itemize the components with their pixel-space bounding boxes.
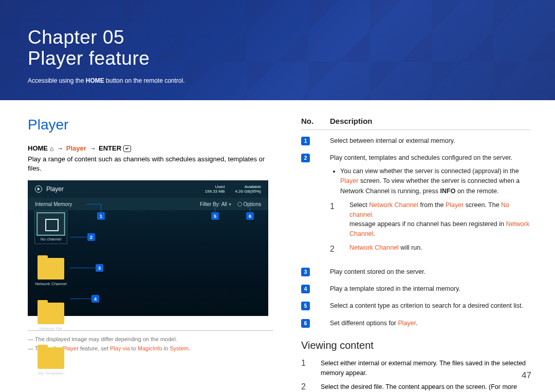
cell-network-channel: Network Channel — [35, 258, 67, 286]
left-column: Player HOME ⌂ → Player → ENTER ↵ Play a … — [28, 117, 273, 392]
internal-memory-label: Internal Memory — [35, 201, 72, 207]
callout-5: 5 — [211, 212, 219, 220]
badge-5: 5 — [301, 302, 310, 310]
table-header: No. Description — [301, 117, 530, 130]
chapter-label: Chapter 05 — [28, 27, 527, 48]
shot-grid: No channel Network Channel Network File … — [28, 210, 268, 379]
badge-2: 2 — [301, 154, 310, 162]
badge-6: 6 — [301, 319, 310, 328]
enter-icon: ↵ — [123, 145, 131, 152]
hero-banner: Chapter 05 Player feature Accessible usi… — [0, 0, 555, 100]
viewing-step: 2 Select the desired file. The content a… — [301, 382, 530, 392]
filter-label: Filter By: All ▾ — [200, 201, 231, 207]
hero-subtitle: Accessible using the HOME button on the … — [28, 77, 527, 84]
folder-icon — [38, 303, 64, 324]
badge-3: 3 — [301, 268, 310, 276]
callout-3: 3 — [96, 264, 103, 272]
badge-4: 4 — [301, 285, 310, 293]
badge-1: 1 — [301, 137, 310, 145]
player-screenshot: Player Used199.33 MB Available4.26 GB(95… — [28, 180, 268, 316]
sub-step: 2 Network Channel will run. — [330, 243, 530, 256]
home-icon: ⌂ — [50, 145, 54, 153]
folder-icon — [38, 347, 64, 369]
section-title: Player — [28, 117, 273, 133]
right-column: No. Description 1 Select between interna… — [301, 117, 530, 392]
chevron-down-icon: ▾ — [229, 201, 231, 207]
shot-toolbar: Internal Memory Filter By: All ▾ Options — [28, 198, 268, 210]
sub-step: 1 Select Network Channel from the Player… — [330, 200, 530, 239]
options-label: Options — [237, 201, 261, 207]
table-row: 1 Select between internal or external me… — [301, 136, 530, 146]
table-row: 2 Play content, templates and schedules … — [301, 153, 530, 259]
shot-titlebar: Player Used199.33 MB Available4.26 GB(95… — [28, 180, 268, 198]
callout-2: 2 — [87, 233, 95, 241]
table-row: 6 Set different options for Player. — [301, 319, 530, 328]
play-icon — [35, 185, 42, 193]
lead-text: Play a range of content such as channels… — [28, 155, 273, 173]
viewing-step: 1 Select either internal or external mem… — [301, 359, 530, 378]
callout-6: 6 — [246, 212, 254, 220]
gear-icon — [237, 202, 242, 207]
breadcrumb: HOME ⌂ → Player → ENTER ↵ — [28, 144, 273, 153]
cell-network-file: Network File — [35, 303, 67, 331]
table-row: 3 Play content stored on the server. — [301, 267, 530, 277]
cell-no-channel: No channel — [35, 211, 67, 244]
page-number: 47 — [522, 370, 531, 381]
callout-1: 1 — [97, 212, 105, 220]
page-body: Player HOME ⌂ → Player → ENTER ↵ Play a … — [0, 100, 555, 392]
table-row: 4 Play a template stored in the internal… — [301, 284, 530, 294]
cell-my-templates: My Templates — [35, 347, 67, 376]
callout-4: 4 — [91, 295, 99, 303]
table-row: 5 Select a content type as criterion to … — [301, 301, 530, 311]
folder-icon — [38, 258, 64, 279]
page-title: Player feature — [28, 48, 527, 69]
calendar-icon — [38, 213, 64, 235]
viewing-content-title: Viewing content — [301, 340, 530, 351]
